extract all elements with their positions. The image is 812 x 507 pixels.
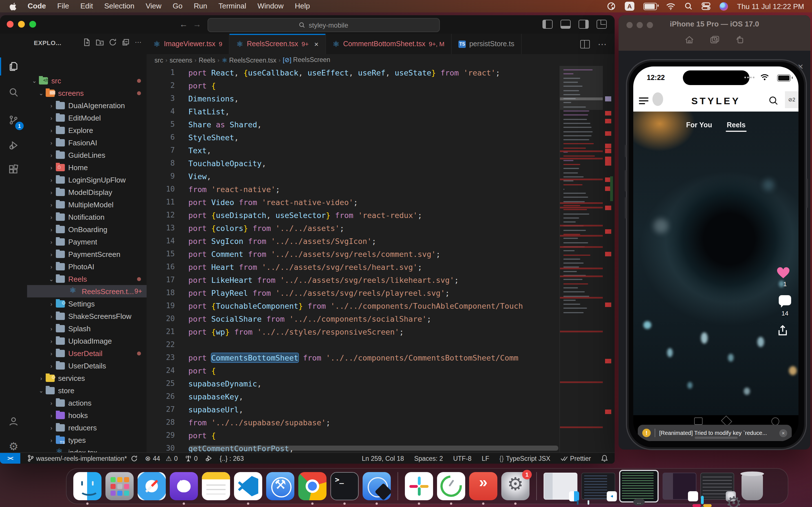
dock-chrome[interactable]	[298, 472, 326, 500]
breadcrumb-reelsscreen-tsx[interactable]: ⚛ReelsScreen.tsx	[221, 56, 276, 64]
indentation[interactable]: Spaces: 2	[414, 455, 443, 462]
dock-slack[interactable]	[405, 472, 433, 500]
chevron-right-icon[interactable]: ›	[49, 350, 54, 356]
code-line-5[interactable]: 5Share as Shared,	[147, 118, 560, 131]
chevron-right-icon[interactable]: ›	[49, 251, 54, 257]
menu-view[interactable]: View	[140, 2, 167, 10]
dock-xcode[interactable]	[266, 472, 294, 500]
source-control-icon[interactable]: 1	[0, 109, 27, 131]
toast-close-icon[interactable]: ×	[779, 429, 787, 437]
code-line-14[interactable]: 14port SvgIcon from '../../assets/SvgIco…	[147, 234, 560, 247]
tree-item-shakescreensflow[interactable]: ›ShakeScreensFlow	[27, 310, 147, 322]
menu-app-name[interactable]: Code	[22, 0, 52, 12]
editor-more-icon[interactable]: ⋯	[598, 39, 607, 49]
code-line-19[interactable]: 19port {TouchableComponent} from '../../…	[147, 299, 560, 312]
feed-tab-for-you[interactable]: For You	[686, 121, 712, 132]
dock-minimized-slack-window[interactable]	[663, 473, 696, 500]
tree-item-modeldisplay[interactable]: ›ModelDisplay	[27, 186, 147, 198]
chevron-right-icon[interactable]: ›	[49, 300, 54, 307]
code-line-10[interactable]: 10from 'react-native';	[147, 182, 560, 195]
tree-item-src[interactable]: ⌄src	[27, 74, 147, 87]
menu-file[interactable]: File	[52, 2, 75, 10]
tree-item-screens[interactable]: ⌄screens	[27, 87, 147, 99]
code-line-22[interactable]: 22	[147, 338, 560, 351]
accounts-icon[interactable]	[0, 410, 27, 433]
command-center-search[interactable]: styley-mobile	[207, 18, 440, 32]
search-sidebar-icon[interactable]	[0, 81, 27, 104]
chevron-down-icon[interactable]: ⌄	[38, 90, 44, 96]
vscode-title-bar[interactable]: ← → styley-mobile	[0, 15, 615, 34]
dock-system-settings[interactable]: 1	[501, 472, 529, 500]
tree-item-payment[interactable]: ›Payment	[27, 235, 147, 248]
apple-menu-icon[interactable]	[9, 2, 17, 10]
new-folder-icon[interactable]	[96, 38, 104, 46]
breadcrumb-reels[interactable]: Reels	[199, 57, 215, 63]
tree-item-services[interactable]: ›services	[27, 372, 147, 384]
tree-item-home[interactable]: ›Home	[27, 161, 147, 173]
collapse-folders-icon[interactable]	[122, 38, 130, 46]
tab-reelsscreen-tsx[interactable]: ⚛ReelsScreen.tsx9+×	[230, 34, 326, 54]
chevron-right-icon[interactable]: ›	[49, 115, 54, 121]
app-search-icon[interactable]	[769, 96, 778, 105]
tab-imageviewer-tsx[interactable]: ⚛ImageViewer.tsx9	[147, 34, 230, 54]
dock-minimized-finder-window[interactable]	[544, 473, 577, 500]
tab-close-icon[interactable]: ×	[314, 40, 319, 48]
eol-sequence[interactable]: LF	[481, 455, 489, 462]
dock-safari[interactable]	[138, 472, 166, 500]
code-line-2[interactable]: 2port {	[147, 79, 560, 92]
notifications-bell[interactable]	[601, 455, 608, 462]
extensions-icon[interactable]	[0, 158, 27, 181]
chevron-right-icon[interactable]: ›	[49, 238, 54, 245]
simulator-title-bar[interactable]: iPhone 15 Pro — iOS 17.0	[619, 15, 810, 51]
code-line-7[interactable]: 7Text,	[147, 144, 560, 157]
nav-profile-icon[interactable]	[771, 417, 779, 425]
tree-item-guidelines[interactable]: ›GuideLines	[27, 149, 147, 161]
chevron-right-icon[interactable]: ›	[49, 362, 54, 369]
chevron-right-icon[interactable]: ›	[49, 226, 54, 232]
refresh-icon[interactable]	[109, 38, 117, 46]
input-source-icon[interactable]: A	[625, 2, 635, 11]
siri-icon[interactable]	[719, 2, 728, 10]
back-button[interactable]: ←	[179, 19, 188, 29]
chevron-right-icon[interactable]: ›	[49, 325, 54, 332]
code-line-26[interactable]: 26supabaseKey,	[147, 390, 560, 403]
code-line-20[interactable]: 20port SocialShare from '../../component…	[147, 312, 560, 325]
code-line-9[interactable]: 9View,	[147, 170, 560, 182]
code-line-6[interactable]: 6StyleSheet,	[147, 131, 560, 144]
breadcrumb-src[interactable]: src	[154, 57, 163, 63]
chevron-right-icon[interactable]: ›	[49, 164, 54, 170]
tree-item-notification[interactable]: ›Notification	[27, 211, 147, 223]
menu-help[interactable]: Help	[289, 2, 316, 10]
rotate-icon[interactable]	[735, 36, 744, 44]
split-editor-icon[interactable]	[580, 40, 590, 48]
minimap-slider[interactable]	[560, 66, 603, 110]
tree-item-onboarding[interactable]: ›OnBoarding	[27, 223, 147, 235]
dock-finder[interactable]	[73, 472, 101, 500]
customize-layout-icon[interactable]	[597, 20, 607, 29]
home-icon[interactable]	[684, 36, 694, 44]
chevron-right-icon[interactable]: ›	[49, 152, 54, 158]
dock-timer[interactable]	[437, 472, 465, 500]
explorer-header[interactable]: EXPLO...	[34, 40, 61, 46]
tree-item-splash[interactable]: ›Splash	[27, 322, 147, 335]
chevron-right-icon[interactable]: ›	[49, 202, 54, 208]
horizontal-scrollbar[interactable]	[189, 446, 558, 451]
breadcrumb-screens[interactable]: screens	[169, 57, 192, 63]
code-line-4[interactable]: 4FlatList,	[147, 105, 560, 118]
menu-selection[interactable]: Selection	[99, 2, 140, 10]
toggle-sidebar-icon[interactable]	[543, 20, 553, 29]
code-line-28[interactable]: 28from '../../supabase/supabase';	[147, 416, 560, 429]
code-editor[interactable]: 1port React, {useCallback, useEffect, us…	[147, 66, 615, 453]
dock-github-desktop[interactable]	[170, 472, 198, 500]
nav-reels-icon[interactable]	[694, 417, 703, 425]
home-indicator[interactable]	[695, 437, 737, 439]
tree-item-userdetails[interactable]: ›UserDetails	[27, 359, 147, 372]
chevron-right-icon[interactable]: ›	[49, 189, 54, 195]
chevron-right-icon[interactable]: ›	[49, 313, 54, 319]
dock-minimized-terminal-window[interactable]: ...	[619, 470, 659, 503]
reel-video[interactable]	[633, 112, 799, 415]
menu-clock[interactable]: Thu 11 Jul 12:22 PM	[737, 2, 804, 10]
code-line-24[interactable]: 24port {	[147, 364, 560, 377]
code-line-8[interactable]: 8TouchableOpacity,	[147, 157, 560, 170]
code-line-29[interactable]: 29port {	[147, 429, 560, 442]
